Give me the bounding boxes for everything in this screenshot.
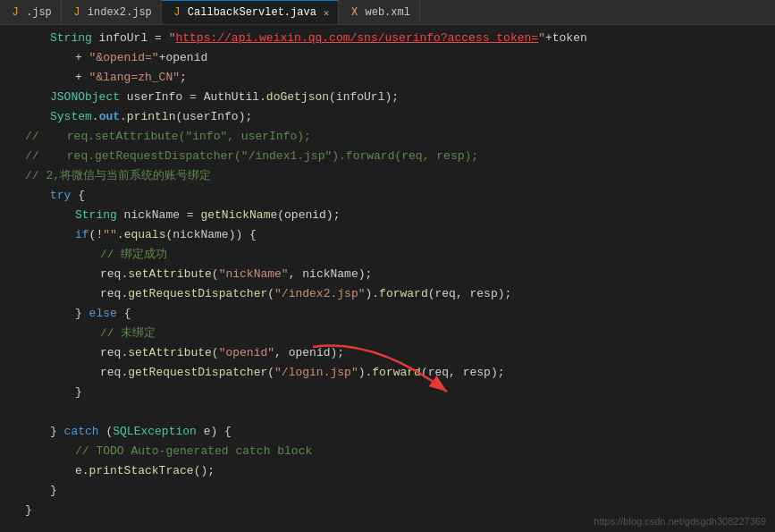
code-line-4: JSONObject userInfo = AuthUtil.doGetjson… [0, 88, 775, 107]
code-line-24: } [0, 481, 775, 501]
code-content-14: req.getRequestDispatcher("/index2.jsp").… [0, 284, 511, 304]
code-line-9: try { [0, 186, 775, 206]
code-line-2: + "&openid="+openid [0, 48, 775, 68]
code-line-17: req.setAttribute("openid", openid); [0, 343, 775, 363]
code-content-18: req.getRequestDispatcher("/login.jsp").f… [0, 363, 505, 383]
code-line-14: req.getRequestDispatcher("/index2.jsp").… [0, 284, 775, 304]
code-content-20 [0, 402, 14, 422]
code-content-3: + "&lang=zh_CN"; [0, 68, 187, 88]
tab-icon-index2: J [71, 6, 83, 19]
code-line-23: e.printStackTrace(); [0, 461, 775, 481]
code-content-16: // 未绑定 [0, 324, 156, 343]
code-content-7: // req.getRequestDispatcher("/index1.jsp… [0, 147, 478, 166]
tab-close-callback[interactable]: ✕ [324, 7, 330, 19]
code-line-20 [0, 402, 775, 422]
code-content-17: req.setAttribute("openid", openid); [0, 343, 344, 363]
code-line-3: + "&lang=zh_CN"; [0, 68, 775, 88]
watermark: https://blog.csdn.net/gdsgdh308227369 [594, 516, 766, 527]
tab-index2[interactable]: J index2.jsp [62, 0, 162, 24]
code-content-13: req.setAttribute("nickName", nickName); [0, 265, 372, 284]
code-content-4: JSONObject userInfo = AuthUtil.doGetjson… [0, 88, 399, 107]
tab-icon-callback: J [171, 6, 183, 19]
tab-label-webxml: web.xml [365, 6, 409, 19]
tab-bar: J .jsp J index2.jsp J CallbackServlet.ja… [0, 0, 775, 25]
code-line-16: // 未绑定 [0, 324, 775, 343]
tab-icon-jsp1: J [9, 6, 21, 19]
code-content-8: // 2,将微信与当前系统的账号绑定 [0, 166, 211, 186]
code-line-12: // 绑定成功 [0, 245, 775, 265]
code-content-9: try { [0, 186, 85, 206]
code-line-19: } [0, 383, 775, 402]
code-line-10: String nickName = getNickName(openid); [0, 206, 775, 225]
code-content-12: // 绑定成功 [0, 245, 167, 265]
code-content-11: if(!"".equals(nickName)) { [0, 225, 257, 245]
tab-icon-webxml: X [348, 6, 360, 19]
code-line-18: req.getRequestDispatcher("/login.jsp").f… [0, 363, 775, 383]
code-content-2: + "&openid="+openid [0, 48, 207, 68]
code-line-11: if(!"".equals(nickName)) { [0, 225, 775, 245]
code-content-22: // TODO Auto-generated catch block [0, 442, 312, 461]
code-line-21: } catch (SQLException e) { [0, 422, 775, 442]
code-content-24: } [0, 481, 57, 501]
tab-webxml[interactable]: X web.xml [339, 0, 419, 24]
code-line-13: req.setAttribute("nickName", nickName); [0, 265, 775, 284]
code-content-10: String nickName = getNickName(openid); [0, 206, 340, 225]
code-area: String infoUrl = "https://api.weixin.qq.… [0, 25, 775, 532]
code-content-5: System.out.println(userInfo); [0, 107, 252, 127]
code-content-25: } [0, 501, 32, 520]
code-line-8: // 2,将微信与当前系统的账号绑定 [0, 166, 775, 186]
code-line-22: // TODO Auto-generated catch block [0, 442, 775, 461]
code-line-6: // req.setAttribute("info", userInfo); [0, 127, 775, 147]
tab-label-index2: index2.jsp [88, 6, 152, 19]
code-content-21: } catch (SQLException e) { [0, 422, 232, 442]
code-content-1: String infoUrl = "https://api.weixin.qq.… [0, 29, 587, 48]
tab-callback[interactable]: J CallbackServlet.java ✕ [162, 0, 340, 24]
code-content-23: e.printStackTrace(); [0, 461, 215, 481]
code-content-19: } [0, 383, 82, 402]
tab-label-callback: CallbackServlet.java [188, 6, 316, 19]
tab-label-jsp1: .jsp [26, 6, 52, 19]
tab-jsp1[interactable]: J .jsp [0, 0, 62, 24]
code-line-7: // req.getRequestDispatcher("/index1.jsp… [0, 147, 775, 166]
code-content-15: } else { [0, 304, 131, 324]
code-line-5: System.out.println(userInfo); [0, 107, 775, 127]
code-line-1: String infoUrl = "https://api.weixin.qq.… [0, 29, 775, 48]
code-line-15: } else { [0, 304, 775, 324]
code-content-6: // req.setAttribute("info", userInfo); [0, 127, 311, 147]
